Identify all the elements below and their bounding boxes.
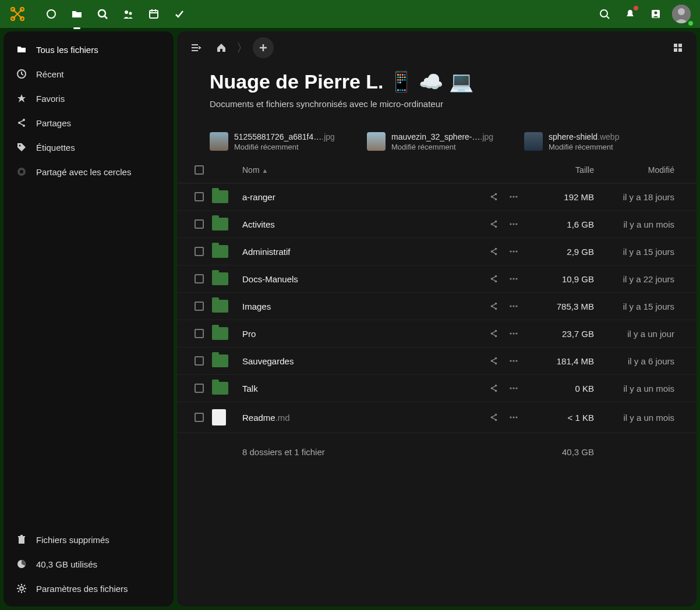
share-action-icon[interactable]	[489, 192, 499, 201]
file-size: 2,9 GB	[524, 247, 600, 257]
svg-point-99	[512, 332, 514, 334]
toggle-sidebar-button[interactable]	[185, 37, 206, 58]
table-row[interactable]: Administratif 2,9 GB il y a 15 jours	[177, 238, 697, 265]
home-breadcrumb[interactable]	[211, 37, 232, 58]
svg-line-41	[24, 591, 25, 592]
column-name[interactable]: Nom▲	[240, 165, 466, 175]
app-logo[interactable]	[7, 3, 28, 24]
sidebar-item-settings[interactable]: Paramètres des fichiers	[3, 576, 174, 601]
more-action-icon[interactable]	[509, 356, 518, 366]
svg-line-104	[492, 359, 495, 360]
svg-point-84	[515, 278, 517, 279]
share-action-icon[interactable]	[489, 329, 499, 338]
svg-point-30	[20, 170, 23, 173]
more-action-icon[interactable]	[509, 192, 518, 201]
svg-point-114	[510, 387, 511, 389]
row-checkbox[interactable]	[195, 247, 204, 256]
table-row[interactable]: Docs-Manuels 10,9 GB il y a 22 jours	[177, 265, 697, 293]
share-action-icon[interactable]	[489, 274, 499, 283]
more-action-icon[interactable]	[509, 302, 518, 311]
file-modified: il y a 6 jours	[600, 356, 687, 366]
svg-point-9	[125, 10, 128, 14]
table-row[interactable]: Activites 1,6 GB il y a un mois	[177, 211, 697, 238]
sidebar-item-favorites[interactable]: Favoris	[3, 86, 174, 111]
svg-line-80	[492, 276, 495, 278]
more-action-icon[interactable]	[509, 219, 518, 229]
svg-line-96	[492, 331, 495, 333]
sidebar-item-shares[interactable]: Partages	[3, 111, 174, 135]
notification-badge	[634, 6, 638, 10]
files-app-icon[interactable]	[65, 2, 89, 26]
new-button[interactable]	[253, 37, 274, 58]
table-row[interactable]: Readme.md < 1 KB il y a un mois	[177, 402, 697, 433]
sidebar-item-trash[interactable]: Fichiers supprimés	[3, 527, 174, 552]
row-checkbox[interactable]	[195, 413, 204, 422]
more-action-icon[interactable]	[509, 274, 518, 283]
folder-icon	[16, 44, 28, 55]
table-row[interactable]: a-ranger 192 MB il y a 18 jours	[177, 183, 697, 211]
row-checkbox[interactable]	[195, 356, 204, 366]
notifications-icon[interactable]	[618, 2, 642, 26]
more-action-icon[interactable]	[509, 384, 518, 393]
row-checkbox[interactable]	[195, 219, 204, 229]
row-checkbox[interactable]	[195, 384, 204, 393]
table-row[interactable]: Pro 23,7 GB il y a un jour	[177, 320, 697, 347]
row-checkbox[interactable]	[195, 192, 204, 201]
contacts-icon[interactable]	[644, 2, 667, 26]
file-name: Activites	[242, 219, 275, 229]
svg-point-108	[515, 360, 517, 361]
svg-rect-50	[678, 44, 682, 47]
file-size: < 1 KB	[524, 413, 600, 423]
social-app-icon[interactable]	[116, 2, 140, 26]
share-action-icon[interactable]	[489, 219, 499, 229]
table-row[interactable]: Talk 0 KB il y a un mois	[177, 375, 697, 402]
sidebar-item-circles[interactable]: Partagé avec les cercles	[3, 159, 174, 184]
sidebar-item-recent[interactable]: Récent	[3, 62, 174, 86]
recent-file[interactable]: mauvezin_32_sphere-….jpg Modifié récemme…	[367, 132, 507, 151]
recent-file[interactable]: 51255881726_a681f4….jpg Modifié récemmen…	[210, 132, 349, 151]
sidebar-item-tags[interactable]: Étiquettes	[3, 135, 174, 159]
row-checkbox[interactable]	[195, 329, 204, 338]
presence-indicator	[687, 20, 694, 27]
user-menu[interactable]	[670, 2, 693, 26]
more-action-icon[interactable]	[509, 247, 518, 256]
summary-text: 8 dossiers et 1 fichier	[240, 447, 466, 457]
share-action-icon[interactable]	[489, 302, 499, 311]
sidebar-item-label: Récent	[36, 69, 64, 79]
svg-point-116	[515, 387, 517, 389]
tasks-app-icon[interactable]	[168, 2, 191, 26]
view-toggle-button[interactable]	[667, 37, 688, 58]
column-size[interactable]: Taille	[524, 165, 600, 175]
share-icon	[16, 118, 28, 128]
row-checkbox[interactable]	[195, 302, 204, 311]
file-size: 1,6 GB	[524, 219, 600, 229]
share-action-icon[interactable]	[489, 413, 499, 422]
svg-line-97	[492, 334, 495, 336]
share-action-icon[interactable]	[489, 356, 499, 366]
folder-icon	[212, 382, 228, 395]
more-action-icon[interactable]	[509, 329, 518, 338]
recent-file[interactable]: sphere-shield.webp Modifié récemment	[524, 132, 664, 151]
search-app-icon[interactable]	[91, 2, 114, 26]
search-icon[interactable]	[593, 2, 616, 26]
sidebar-item-storage[interactable]: 40,3 GB utilisés	[3, 552, 174, 576]
sidebar-item-all-files[interactable]: Tous les fichiers	[3, 37, 174, 62]
share-action-icon[interactable]	[489, 384, 499, 393]
more-action-icon[interactable]	[509, 413, 518, 422]
share-action-icon[interactable]	[489, 247, 499, 256]
table-row[interactable]: Images 785,3 MB il y a 15 jours	[177, 293, 697, 320]
file-name: Pro	[242, 329, 256, 339]
select-all-checkbox[interactable]	[195, 165, 204, 175]
svg-point-83	[512, 278, 514, 279]
svg-point-115	[512, 387, 514, 389]
table-row[interactable]: Sauvegardes 181,4 MB il y a 6 jours	[177, 347, 697, 375]
dashboard-app-icon[interactable]	[40, 2, 63, 26]
svg-point-76	[515, 250, 517, 252]
row-checkbox[interactable]	[195, 274, 204, 283]
calendar-app-icon[interactable]	[142, 2, 165, 26]
file-size: 0 KB	[524, 384, 600, 393]
file-thumbnail	[210, 132, 228, 151]
svg-point-35	[20, 587, 23, 590]
svg-point-74	[510, 250, 511, 252]
column-modified[interactable]: Modifié	[600, 165, 687, 175]
